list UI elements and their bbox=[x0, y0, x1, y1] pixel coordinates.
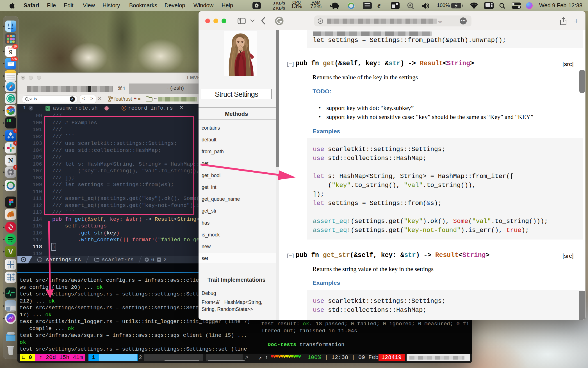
svg-text:R: R bbox=[39, 258, 41, 261]
svg-text:R: R bbox=[123, 107, 125, 110]
